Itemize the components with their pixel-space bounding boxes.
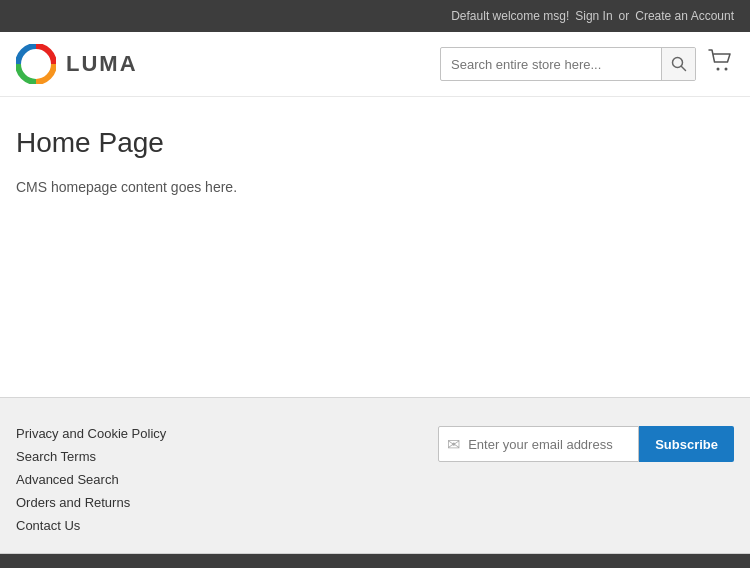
search-input[interactable] xyxy=(441,57,661,72)
footer-link-privacy[interactable]: Privacy and Cookie Policy xyxy=(16,426,166,441)
header: LUMA xyxy=(0,32,750,97)
cms-content: CMS homepage content goes here. xyxy=(16,179,734,195)
luma-logo-icon xyxy=(16,44,56,84)
header-right xyxy=(440,47,734,81)
footer: Privacy and Cookie Policy Search Terms A… xyxy=(0,397,750,568)
logo-area: LUMA xyxy=(16,44,138,84)
newsletter-area: ✉ Subscribe xyxy=(438,426,734,462)
main-content: Home Page CMS homepage content goes here… xyxy=(0,97,750,397)
svg-point-4 xyxy=(725,68,728,71)
search-icon xyxy=(671,56,687,72)
svg-line-2 xyxy=(681,67,685,71)
footer-bottom: Copyright © 2013-present Magento, Inc. A… xyxy=(0,553,750,568)
newsletter-email-input[interactable] xyxy=(468,427,638,461)
search-button[interactable] xyxy=(661,47,695,81)
create-account-link[interactable]: Create an Account xyxy=(635,9,734,23)
cart-icon xyxy=(708,49,734,73)
footer-link-advanced-search[interactable]: Advanced Search xyxy=(16,472,166,487)
page-title: Home Page xyxy=(16,127,734,159)
top-bar: Default welcome msg! Sign In or Create a… xyxy=(0,0,750,32)
svg-point-3 xyxy=(717,68,720,71)
email-icon: ✉ xyxy=(439,435,468,454)
or-separator: or xyxy=(619,9,630,23)
footer-inner: Privacy and Cookie Policy Search Terms A… xyxy=(16,426,734,533)
footer-link-search-terms[interactable]: Search Terms xyxy=(16,449,166,464)
newsletter-email-wrap: ✉ xyxy=(438,426,639,462)
search-box xyxy=(440,47,696,81)
logo-text: LUMA xyxy=(66,51,138,77)
welcome-message: Default welcome msg! xyxy=(451,9,569,23)
footer-link-orders-returns[interactable]: Orders and Returns xyxy=(16,495,166,510)
signin-link[interactable]: Sign In xyxy=(575,9,612,23)
footer-links: Privacy and Cookie Policy Search Terms A… xyxy=(16,426,166,533)
cart-button[interactable] xyxy=(708,49,734,79)
footer-link-contact-us[interactable]: Contact Us xyxy=(16,518,166,533)
subscribe-button[interactable]: Subscribe xyxy=(639,426,734,462)
